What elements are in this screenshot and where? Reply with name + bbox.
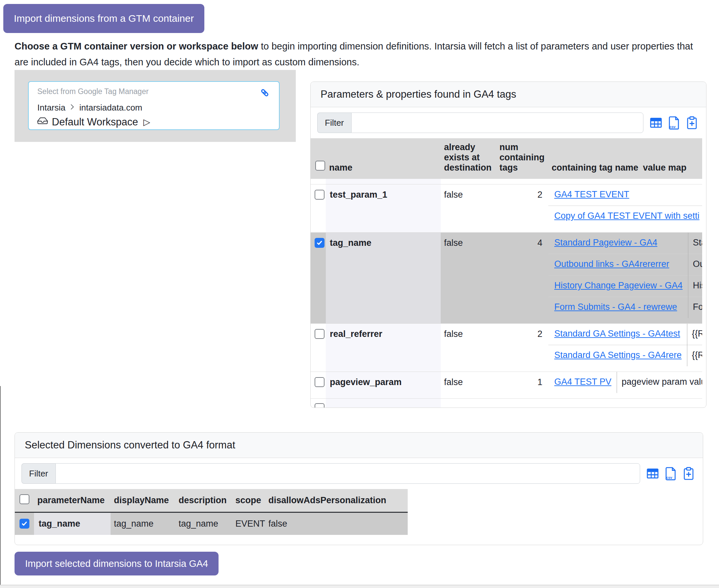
param-name: tag_name bbox=[326, 233, 441, 324]
value-map-text: {{R bbox=[692, 350, 702, 361]
breadcrumb: Intarsia intarsiadata.com bbox=[37, 103, 270, 113]
params-panel-title: Parameters & properties found in GA4 tag… bbox=[311, 82, 706, 107]
tag-subrow: Standard GA Settings - GA4rere{{R bbox=[548, 345, 702, 366]
params-filter-row: Filter csv bbox=[311, 107, 706, 138]
workspace-row: Default Workspace ▷ bbox=[37, 115, 270, 129]
tag-subrow: Standard Pageview - GA4Sta bbox=[548, 233, 702, 254]
svg-text:csv: csv bbox=[670, 125, 676, 129]
selected-toolbar: csv bbox=[646, 466, 696, 481]
param-name: pageview_param bbox=[326, 372, 441, 399]
col-already-exists: already exists at destination bbox=[441, 138, 496, 179]
col-description: description bbox=[175, 489, 232, 512]
table-icon[interactable] bbox=[649, 116, 662, 129]
value-map-text: Fo bbox=[693, 302, 702, 313]
already-exists-value: false bbox=[441, 185, 496, 233]
param-name: test_param_1 bbox=[326, 185, 441, 233]
col-num-containing: num containing tags bbox=[496, 138, 548, 179]
inbox-icon bbox=[37, 115, 48, 129]
disallow-ads-value: false bbox=[265, 512, 408, 535]
csv-file-icon[interactable]: csv bbox=[664, 466, 677, 481]
parameter-name-value: tag_name bbox=[34, 512, 110, 535]
containing-tag-link[interactable]: History Change Pageview - GA4 bbox=[554, 280, 683, 290]
already-exists-value: false bbox=[441, 372, 496, 399]
param-table-row: test_param_1false2GA4 TEST EVENTCopy of … bbox=[311, 185, 702, 233]
workspace-label: Default Workspace bbox=[52, 116, 138, 128]
value-map-text: {{R bbox=[692, 329, 702, 340]
display-name-value: tag_name bbox=[110, 512, 175, 535]
containing-tag-link[interactable]: Standard GA Settings - GA4rere bbox=[554, 350, 682, 360]
select-all-checkbox[interactable] bbox=[19, 494, 29, 504]
select-all-checkbox[interactable] bbox=[315, 161, 325, 171]
bottom-strip bbox=[0, 585, 719, 588]
already-exists-value: false bbox=[441, 233, 496, 324]
col-containing-tag-name: containing tag name bbox=[552, 163, 638, 172]
containing-tags-subtable: GA4 TEST EVENTCopy of GA4 TEST EVENT wit… bbox=[548, 185, 702, 227]
svg-text:csv: csv bbox=[666, 476, 673, 479]
value-map-text: pageview param valu bbox=[622, 377, 702, 388]
containing-tag-link[interactable]: Form Submits - GA4 - rewrewe bbox=[554, 302, 677, 312]
csv-file-icon[interactable]: csv bbox=[668, 115, 680, 130]
filter-label: Filter bbox=[21, 463, 56, 484]
link-icon[interactable] bbox=[259, 87, 270, 100]
clipboard-plus-icon[interactable] bbox=[686, 115, 698, 130]
row-checkbox[interactable] bbox=[314, 238, 325, 248]
gtm-account: Intarsia bbox=[37, 103, 65, 113]
table-row-partial bbox=[311, 399, 702, 408]
containing-tags-subtable: Standard Pageview - GA4StaOutbound links… bbox=[548, 233, 702, 318]
filter-label: Filter bbox=[317, 112, 351, 133]
tag-subrow: GA4 TEST EVENT bbox=[548, 185, 702, 206]
row-checkbox[interactable] bbox=[314, 329, 325, 339]
row-checkbox[interactable] bbox=[314, 377, 325, 387]
containing-tag-link[interactable]: Standard Pageview - GA4 bbox=[554, 237, 657, 248]
row-checkbox[interactable] bbox=[19, 519, 29, 529]
col-scope: scope bbox=[232, 489, 265, 512]
selected-dimension-row: tag_nametag_nametag_nameEVENTfalse bbox=[15, 512, 408, 535]
containing-tag-link[interactable]: Standard GA Settings - GA4test bbox=[554, 329, 680, 339]
description-value: tag_name bbox=[175, 512, 232, 535]
chevron-right-icon bbox=[69, 103, 76, 113]
tag-subrow: Outbound links - GA4rererrerOu bbox=[548, 254, 702, 275]
selected-panel-title: Selected Dimensions converted to GA4 for… bbox=[15, 433, 703, 458]
params-table: name already exists at destination num c… bbox=[311, 138, 702, 408]
containing-tag-link[interactable]: GA4 TEST PV bbox=[554, 377, 611, 387]
params-panel: Parameters & properties found in GA4 tag… bbox=[310, 82, 706, 408]
containing-tag-link[interactable]: GA4 TEST EVENT bbox=[554, 189, 629, 199]
scope-value: EVENT bbox=[232, 512, 265, 535]
intro-text-bold: Choose a GTM container version or worksp… bbox=[15, 41, 258, 51]
col-display-name: displayName bbox=[110, 489, 175, 512]
containing-tags-subtable: GA4 TEST PVpageview param valu bbox=[548, 372, 702, 393]
table-icon[interactable] bbox=[646, 467, 659, 480]
selected-table-body: tag_nametag_nametag_nameEVENTfalse bbox=[15, 512, 408, 535]
left-border-line bbox=[0, 386, 1, 585]
tag-subrow: GA4 TEST PVpageview param valu bbox=[548, 372, 702, 393]
param-table-row: pageview_paramfalse1GA4 TEST PVpageview … bbox=[311, 372, 702, 399]
row-checkbox[interactable] bbox=[314, 403, 325, 408]
num-containing-tags-value: 2 bbox=[496, 324, 548, 372]
row-checkbox[interactable] bbox=[314, 190, 325, 200]
params-filter-input[interactable] bbox=[351, 112, 643, 133]
gtm-selector-label: Select from Google Tag Manager bbox=[37, 87, 148, 96]
containing-tags-subtable: Standard GA Settings - GA4test{{RStandar… bbox=[548, 324, 702, 366]
containing-tag-link[interactable]: Outbound links - GA4rererrer bbox=[554, 259, 669, 269]
gtm-container: intarsiadata.com bbox=[79, 103, 142, 113]
clipboard-plus-icon[interactable] bbox=[682, 466, 695, 481]
param-name: real_referrer bbox=[326, 324, 441, 372]
col-name: name bbox=[326, 138, 441, 179]
param-table-row: tag_namefalse4Standard Pageview - GA4Sta… bbox=[311, 233, 702, 324]
selected-filter-input[interactable] bbox=[56, 463, 640, 484]
params-toolbar: csv bbox=[649, 115, 700, 130]
triangle-right-icon[interactable]: ▷ bbox=[143, 117, 150, 127]
selected-table: parameterName displayName description sc… bbox=[15, 489, 408, 535]
param-table-row: real_referrerfalse2Standard GA Settings … bbox=[311, 324, 702, 372]
intro-text: Choose a GTM container version or worksp… bbox=[15, 38, 703, 70]
tag-subrow: History Change Pageview - GA4His bbox=[548, 275, 702, 297]
import-selected-button[interactable]: Import selected dimensions to Intarsia G… bbox=[15, 552, 219, 575]
col-parameter-name: parameterName bbox=[34, 489, 110, 512]
gtm-selector-card[interactable]: Select from Google Tag Manager Intarsia … bbox=[28, 81, 280, 130]
import-dimensions-button[interactable]: Import dimensions from a GTM container bbox=[3, 4, 204, 33]
already-exists-value: false bbox=[441, 324, 496, 372]
containing-tag-link[interactable]: Copy of GA4 TEST EVENT with setti bbox=[554, 211, 700, 221]
tag-subrow: Form Submits - GA4 - rewreweFo bbox=[548, 297, 702, 318]
tag-subrow: Standard GA Settings - GA4test{{R bbox=[548, 324, 702, 345]
gtm-selector-box: Select from Google Tag Manager Intarsia … bbox=[15, 70, 296, 142]
